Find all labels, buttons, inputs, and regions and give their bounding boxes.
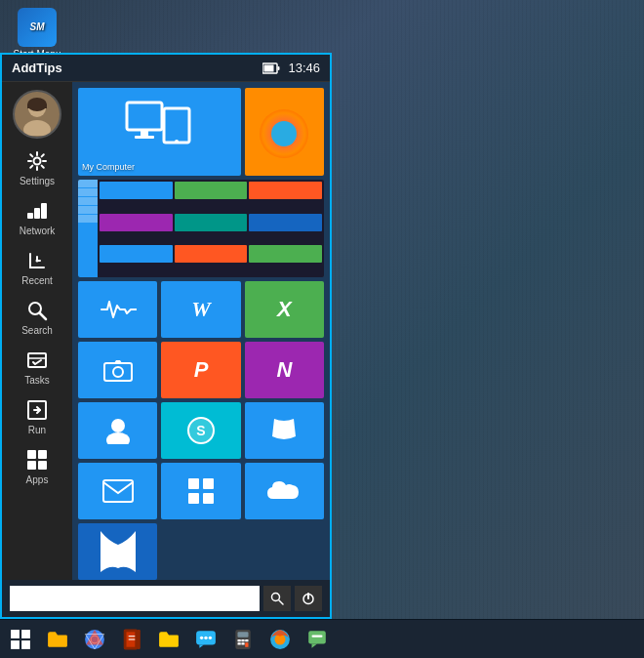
tile-reader[interactable] (78, 523, 157, 580)
svg-rect-42 (11, 630, 20, 638)
sidebar-item-run[interactable]: Run (4, 391, 70, 441)
taskbar-chat-button[interactable] (187, 621, 224, 658)
svg-rect-20 (27, 461, 36, 470)
svg-rect-36 (188, 493, 199, 504)
apps-icon (22, 447, 52, 473)
svg-rect-65 (245, 642, 248, 646)
mail-icon (102, 479, 134, 503)
sidebar-item-recent[interactable]: Recent (4, 242, 70, 292)
svg-rect-43 (21, 630, 30, 638)
powerpoint-icon: P (165, 346, 236, 394)
desktop: SM Start Menu Reviver AddTips 13:46 (0, 0, 644, 658)
taskbar (0, 619, 644, 658)
svg-rect-62 (245, 639, 248, 641)
svg-point-57 (209, 636, 212, 638)
reader-icon (101, 531, 136, 572)
svg-text:S: S (196, 423, 205, 438)
sidebar-item-tasks[interactable]: Tasks (4, 342, 70, 391)
dashboard-screenshot (78, 180, 324, 277)
svg-rect-22 (127, 103, 162, 130)
sidebar-item-apps[interactable]: Apps (4, 441, 70, 491)
start-search-input[interactable] (10, 586, 260, 611)
svg-rect-33 (103, 480, 133, 502)
onedrive-icon (267, 479, 301, 503)
sidebar-item-network[interactable]: Network (4, 192, 70, 242)
tile-grid[interactable] (161, 463, 240, 519)
tile-camera[interactable] (78, 342, 157, 398)
firefox-taskbar-icon (269, 629, 291, 650)
sidebar-item-search[interactable]: Search (4, 292, 70, 342)
book-icon (121, 629, 142, 650)
svg-rect-24 (135, 136, 154, 139)
user-avatar[interactable] (13, 90, 61, 139)
start-header-right: 13:46 (262, 61, 320, 75)
taskbar-firefox-button[interactable] (262, 621, 299, 658)
svg-point-38 (272, 594, 280, 601)
folder2-icon (158, 629, 180, 650)
tile-powerpoint[interactable]: P (161, 342, 240, 398)
taskbar-chrome-button[interactable] (76, 621, 113, 658)
svg-rect-61 (241, 639, 244, 641)
svg-rect-19 (38, 450, 47, 459)
windows-icon (10, 629, 31, 650)
sidebar-item-settings[interactable]: Settings (4, 143, 70, 192)
tile-dashboard[interactable] (78, 180, 324, 277)
excel-icon: X (249, 285, 320, 334)
search-submit-button[interactable] (263, 586, 291, 611)
unknown-icon (270, 417, 298, 444)
tile-skype[interactable]: S (161, 402, 240, 459)
svg-point-55 (200, 636, 203, 638)
tile-word[interactable]: W (161, 281, 240, 338)
grid-icon (187, 477, 215, 505)
start-menu: AddTips 13:46 (0, 53, 332, 619)
svg-rect-35 (203, 478, 214, 489)
tile-firefox[interactable] (245, 88, 324, 176)
tile-mail[interactable] (78, 463, 157, 519)
tile-unknown[interactable] (245, 402, 324, 459)
svg-point-30 (106, 432, 130, 444)
svg-rect-51 (138, 630, 141, 649)
power-button[interactable] (295, 586, 322, 611)
taskbar-calculator-button[interactable] (224, 621, 262, 658)
dash-sidebar (78, 180, 98, 277)
svg-rect-69 (312, 635, 323, 637)
sidebar-settings-label: Settings (20, 176, 55, 186)
svg-rect-25 (164, 108, 189, 143)
camera-icon (103, 358, 133, 382)
svg-rect-44 (11, 640, 20, 649)
taskbar-explorer-button[interactable] (39, 621, 76, 658)
computer-icon (117, 93, 201, 162)
start-menu-header: AddTips 13:46 (2, 55, 330, 82)
sidebar-tasks-label: Tasks (24, 375, 50, 386)
start-menu-time: 13:46 (288, 61, 320, 75)
tile-onedrive[interactable] (245, 463, 324, 519)
taskbar-start-button[interactable] (2, 621, 39, 658)
svg-point-26 (175, 140, 179, 144)
start-menu-reviver-icon: SM (18, 8, 57, 47)
svg-rect-18 (27, 450, 36, 459)
svg-rect-7 (27, 104, 47, 108)
svg-rect-1 (278, 66, 280, 70)
tile-onenote[interactable]: N (245, 342, 324, 398)
tile-activity[interactable] (78, 281, 157, 338)
chat-icon (195, 629, 217, 650)
network-icon (22, 198, 52, 224)
taskbar-folder2-button[interactable] (150, 621, 187, 658)
svg-rect-63 (238, 642, 241, 644)
svg-rect-15 (28, 353, 46, 367)
search-icon (22, 298, 52, 323)
tile-people[interactable] (78, 402, 157, 459)
svg-rect-11 (41, 203, 47, 219)
gear-icon (22, 148, 52, 174)
start-menu-title: AddTips (12, 61, 62, 75)
battery-icon (262, 62, 280, 74)
svg-line-39 (279, 600, 283, 604)
start-tiles-area: My Computer (72, 82, 330, 580)
heartbeat-icon (100, 296, 137, 323)
taskbar-task2-button[interactable] (299, 621, 336, 658)
tile-excel[interactable]: X (245, 281, 324, 338)
svg-rect-34 (188, 478, 199, 489)
firefox-icon (260, 109, 308, 158)
tile-my-computer[interactable]: My Computer (78, 88, 241, 176)
taskbar-library-button[interactable] (113, 621, 150, 658)
